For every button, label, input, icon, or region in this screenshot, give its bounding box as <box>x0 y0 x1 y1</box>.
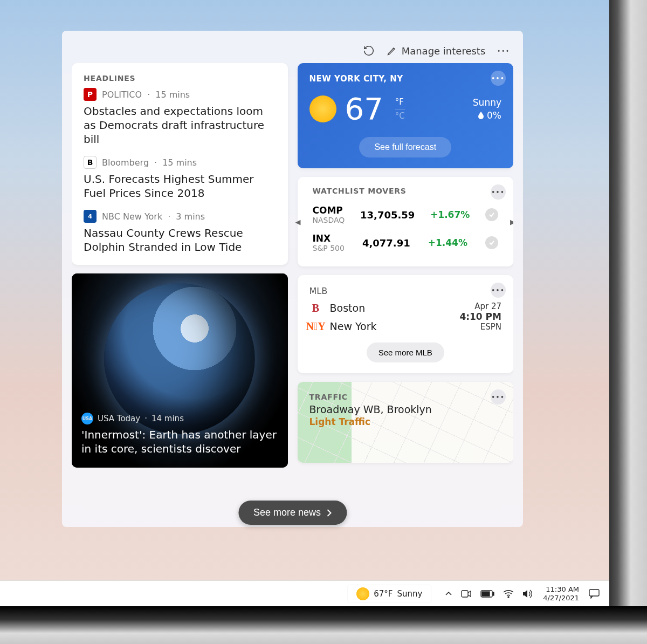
watch-change: +1.67% <box>430 209 470 220</box>
watchlist-title: WATCHLIST MOVERS <box>313 187 499 195</box>
watch-price: 4,077.91 <box>362 237 410 249</box>
weather-units-toggle[interactable]: °F °C <box>395 97 405 121</box>
mets-logo-icon: N͟Y <box>309 320 322 333</box>
watch-price: 13,705.59 <box>360 209 415 221</box>
volume-icon[interactable] <box>522 590 533 598</box>
taskbar-date: 4/27/2021 <box>543 594 579 602</box>
svg-rect-2 <box>482 592 490 596</box>
battery-icon[interactable] <box>480 590 494 598</box>
sun-icon <box>356 587 369 600</box>
weather-card[interactable]: NEW YORK CITY, NY 67 °F °C Sunny <box>298 63 514 168</box>
svg-rect-5 <box>589 590 599 596</box>
weather-temp: 67 <box>345 91 383 126</box>
taskbar: 67°F Sunny 11:30 AM 4/27/2021 <box>0 580 609 606</box>
usa-today-icon: USA <box>81 413 93 424</box>
headline-item[interactable]: B Bloomberg · 15 mins U.S. Forecasts Hig… <box>84 156 276 200</box>
svg-rect-3 <box>493 592 494 595</box>
mlb-more-button[interactable] <box>491 283 506 298</box>
unit-c[interactable]: °C <box>395 109 405 121</box>
image-news-card[interactable]: USA USA Today · 14 mins 'Innermost': Ear… <box>72 273 288 468</box>
manage-interests-label: Manage interests <box>402 45 486 57</box>
sun-icon <box>309 95 336 122</box>
mlb-team-name: Boston <box>330 302 366 314</box>
tray-chevron-up-icon[interactable] <box>445 590 452 598</box>
watch-change: +1.44% <box>428 237 467 248</box>
see-forecast-button[interactable]: See full forecast <box>359 137 451 157</box>
headline-source: NBC New York <box>102 211 162 222</box>
device-bezel-right <box>609 0 647 644</box>
mlb-time: 4:10 PM <box>459 311 501 322</box>
watch-symbol: COMP <box>313 205 345 216</box>
watchlist-more-button[interactable] <box>491 184 506 200</box>
nbc-ny-icon: 4 <box>84 210 97 223</box>
headline-item[interactable]: P POLITICO · 15 mins Obstacles and expec… <box>84 88 276 146</box>
flyout-more-button[interactable] <box>497 48 510 54</box>
weather-condition: Sunny <box>473 97 501 108</box>
weather-location: NEW YORK CITY, NY <box>309 74 502 84</box>
traffic-location: Broadway WB, Brooklyn <box>309 403 502 415</box>
earth-illustration <box>104 283 255 434</box>
taskbar-condition: Sunny <box>397 589 422 599</box>
mlb-title: MLB <box>309 286 502 296</box>
watchlist-row[interactable]: COMP NASDAQ 13,705.59 +1.67% <box>313 201 499 229</box>
watch-index: NASDAQ <box>313 216 345 224</box>
watchlist-row[interactable]: INX S&P 500 4,077.91 +1.44% <box>313 229 499 257</box>
device-bezel-bottom <box>0 606 647 644</box>
unit-f[interactable]: °F <box>395 97 405 107</box>
watch-symbol: INX <box>313 233 345 244</box>
manage-interests-button[interactable]: Manage interests <box>387 45 486 57</box>
taskbar-clock[interactable]: 11:30 AM 4/27/2021 <box>543 585 579 602</box>
image-news-title: 'Innermost': Earth has another layer in … <box>81 428 278 456</box>
mlb-network: ESPN <box>459 322 501 332</box>
mlb-team[interactable]: N͟Y New York <box>309 320 377 333</box>
notifications-icon[interactable] <box>589 589 600 599</box>
politico-icon: P <box>84 88 97 101</box>
headline-time: 3 mins <box>176 211 205 222</box>
taskbar-time: 11:30 AM <box>543 585 579 594</box>
svg-rect-0 <box>462 591 468 597</box>
watch-index: S&P 500 <box>313 244 345 252</box>
mlb-team[interactable]: B Boston <box>309 302 377 314</box>
headline-time: 15 mins <box>162 157 197 168</box>
see-more-news-label: See more news <box>253 507 321 518</box>
headline-title: Nassau County Crews Rescue Dolphin Stran… <box>84 226 276 254</box>
headline-time: 15 mins <box>155 90 190 100</box>
refresh-icon <box>363 45 375 57</box>
watchlist-card: ◀ ▶ WATCHLIST MOVERS COMP NASDAQ 13,705.… <box>298 177 514 266</box>
check-icon[interactable] <box>485 208 498 221</box>
headline-item[interactable]: 4 NBC New York · 3 mins Nassau County Cr… <box>84 210 276 254</box>
traffic-card[interactable]: TRAFFIC Broadway WB, Brooklyn Light Traf… <box>298 382 514 463</box>
taskbar-weather-button[interactable]: 67°F Sunny <box>348 585 431 602</box>
chevron-right-icon <box>326 509 332 517</box>
see-more-news-button[interactable]: See more news <box>238 501 347 525</box>
headline-title: U.S. Forecasts Highest Summer Fuel Price… <box>84 172 276 200</box>
see-more-mlb-button[interactable]: See more MLB <box>367 342 444 362</box>
wifi-icon[interactable] <box>503 590 514 598</box>
headlines-card: HEADLINES P POLITICO · 15 mins Obstacles… <box>72 63 288 265</box>
headline-title: Obstacles and expectations loom as Democ… <box>84 104 276 146</box>
bloomberg-icon: B <box>84 156 97 169</box>
check-icon[interactable] <box>485 236 498 249</box>
refresh-button[interactable] <box>363 45 375 57</box>
svg-point-4 <box>508 597 509 598</box>
weather-humidity: 0% <box>487 110 501 121</box>
traffic-title: TRAFFIC <box>309 393 502 401</box>
news-interests-flyout: Manage interests HEADLINES P POLITICO · … <box>62 31 523 527</box>
image-news-source: USA Today <box>98 414 140 423</box>
traffic-status: Light Traffic <box>309 416 502 427</box>
flyout-header: Manage interests <box>72 38 513 63</box>
mlb-team-name: New York <box>330 320 377 332</box>
red-sox-logo-icon: B <box>309 302 322 314</box>
watchlist-next-button[interactable]: ▶ <box>510 218 513 226</box>
droplet-icon <box>478 112 484 119</box>
watchlist-prev-button[interactable]: ◀ <box>295 218 301 226</box>
taskbar-temp: 67°F <box>374 589 393 599</box>
mlb-card: MLB B Boston N͟Y New York Apr 27 <box>298 275 514 373</box>
headline-source: POLITICO <box>102 90 142 100</box>
image-news-time: 14 mins <box>152 414 184 423</box>
headlines-title: HEADLINES <box>84 74 276 83</box>
weather-more-button[interactable] <box>491 71 506 86</box>
traffic-more-button[interactable] <box>491 389 506 405</box>
meet-now-icon[interactable] <box>461 590 472 598</box>
headline-source: Bloomberg <box>102 157 149 168</box>
